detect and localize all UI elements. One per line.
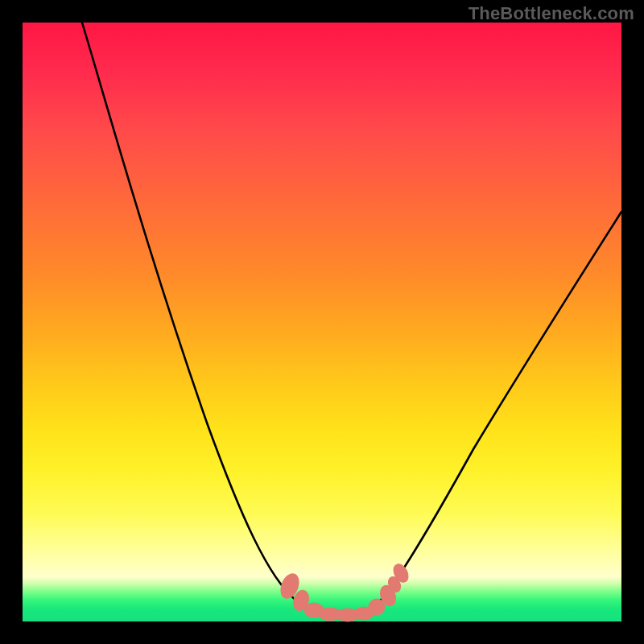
valley-markers: [278, 562, 411, 621]
watermark-text: TheBottleneck.com: [469, 3, 634, 24]
bottleneck-curve: [82, 23, 621, 615]
chart-frame: TheBottleneck.com: [0, 0, 644, 644]
chart-svg: [23, 23, 621, 621]
plot-area: [23, 23, 621, 621]
